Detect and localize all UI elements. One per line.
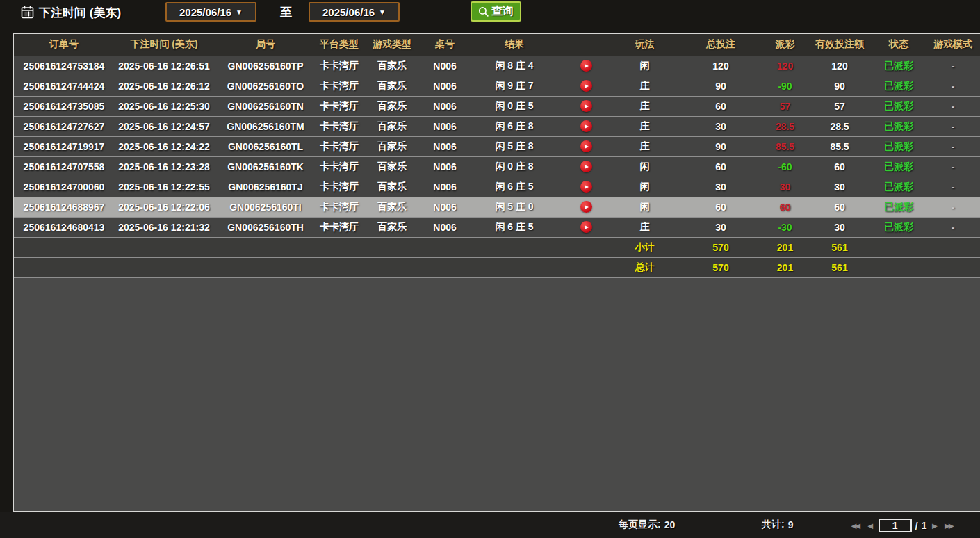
- replay-play-icon[interactable]: [580, 161, 592, 172]
- search-button[interactable]: 查询: [471, 1, 521, 22]
- replay-play-icon[interactable]: [580, 120, 592, 132]
- replay-play-icon[interactable]: [580, 100, 592, 112]
- page-total: 1: [922, 520, 927, 531]
- cell-order: 250616124719917: [14, 136, 114, 156]
- cell-result: 闲 6 庄 5: [467, 217, 562, 237]
- cell-bet-on: 庄: [610, 116, 679, 136]
- cell-result: 闲 5 庄 8: [467, 136, 562, 156]
- date-from-value: 2025/06/16: [179, 6, 231, 18]
- sum-payout: 201: [762, 237, 808, 257]
- cell-platform: 卡卡湾厅: [317, 96, 361, 116]
- sum-label: 小计: [610, 237, 679, 257]
- cell-time: 2025-06-16 12:22:55: [114, 177, 214, 197]
- table-row[interactable]: 2506161246889672025-06-16 12:22:06GN0062…: [14, 197, 980, 217]
- cell-payout: 28.5: [762, 116, 808, 136]
- cell-bet-on: 庄: [610, 96, 679, 116]
- cell-result: 闲 0 庄 5: [467, 96, 562, 116]
- cell-game-type: 百家乐: [361, 217, 423, 237]
- cell-platform: 卡卡湾厅: [317, 177, 361, 197]
- cell-table-no: N006: [423, 217, 467, 237]
- cell-valid-bet: 30: [808, 217, 872, 237]
- cell-game-type: 百家乐: [361, 96, 423, 116]
- total-count-info: 共计: 9: [762, 519, 793, 531]
- cell-order: 250616124688967: [14, 197, 114, 217]
- prev-page-icon[interactable]: ◄: [866, 521, 875, 530]
- cell-platform: 卡卡湾厅: [317, 197, 361, 217]
- cell-bet-on: 庄: [610, 136, 679, 156]
- cell-status: 已派彩: [872, 136, 926, 156]
- cell-valid-bet: 28.5: [808, 116, 872, 136]
- replay-play-icon[interactable]: [580, 80, 592, 92]
- cell-game-mode: -: [926, 116, 980, 136]
- cell-status: 已派彩: [872, 56, 926, 76]
- play-triangle: [585, 185, 589, 189]
- cell-payout: 57: [762, 96, 808, 116]
- replay-play-icon[interactable]: [580, 140, 592, 152]
- cell-total-bet: 90: [679, 136, 762, 156]
- page-separator: /: [915, 520, 918, 532]
- cell-platform: 卡卡湾厅: [317, 56, 361, 76]
- per-page-info: 每页显示: 20: [619, 519, 675, 531]
- subtotal-row: 小计570201561: [14, 237, 980, 257]
- total-count-label: 共计:: [762, 519, 785, 531]
- cell-order: 250616124753184: [14, 56, 114, 76]
- column-header-bet-on: 玩法: [610, 34, 679, 56]
- cell-payout: -90: [762, 76, 808, 96]
- cell-table-no: N006: [423, 156, 467, 177]
- cell-time: 2025-06-16 12:26:51: [114, 56, 214, 76]
- table-row[interactable]: 2506161247444242025-06-16 12:26:12GN0062…: [14, 76, 980, 96]
- cell-time: 2025-06-16 12:22:06: [114, 197, 214, 217]
- cell-round: GN006256160TL: [214, 136, 317, 156]
- cell-replay: [562, 217, 610, 237]
- table-row[interactable]: 2506161247199172025-06-16 12:24:22GN0062…: [14, 136, 980, 156]
- sum-empty: [14, 257, 610, 277]
- next-page-icon[interactable]: ►: [931, 521, 940, 530]
- cell-payout: 60: [762, 197, 808, 217]
- cell-result: 闲 0 庄 8: [467, 156, 562, 177]
- cell-table-no: N006: [423, 177, 467, 197]
- cell-status: 已派彩: [872, 76, 926, 96]
- table-row[interactable]: 2506161246804132025-06-16 12:21:32GN0062…: [14, 217, 980, 237]
- cell-table-no: N006: [423, 136, 467, 156]
- replay-play-icon[interactable]: [580, 201, 592, 213]
- cell-payout: 30: [762, 177, 808, 197]
- page-input[interactable]: [879, 519, 912, 532]
- replay-play-icon[interactable]: [580, 221, 592, 233]
- cell-platform: 卡卡湾厅: [317, 156, 361, 177]
- date-from-select[interactable]: 2025/06/16 ▼: [165, 2, 256, 22]
- cell-platform: 卡卡湾厅: [317, 136, 361, 156]
- cell-replay: [562, 197, 610, 217]
- cell-platform: 卡卡湾厅: [317, 217, 361, 237]
- table-row[interactable]: 2506161247531842025-06-16 12:26:51GN0062…: [14, 56, 980, 76]
- cell-bet-on: 闲: [610, 177, 679, 197]
- cell-time: 2025-06-16 12:24:57: [114, 116, 214, 136]
- cell-result: 闲 6 庄 5: [467, 177, 562, 197]
- cell-order: 250616124727627: [14, 116, 114, 136]
- cell-replay: [562, 177, 610, 197]
- search-icon: [478, 6, 489, 17]
- column-header-time: 下注时间 (美东): [114, 34, 214, 56]
- sum-empty: [14, 237, 610, 257]
- cell-status: 已派彩: [872, 116, 926, 136]
- sum-total-bet: 570: [679, 237, 762, 257]
- column-header-game: 游戏类型: [361, 34, 423, 56]
- chevron-down-icon: ▼: [379, 8, 386, 16]
- replay-play-icon[interactable]: [580, 60, 592, 72]
- column-header-replay: [562, 34, 610, 56]
- table-row[interactable]: 2506161247350852025-06-16 12:25:30GN0062…: [14, 96, 980, 116]
- table-row[interactable]: 2506161247276272025-06-16 12:24:57GN0062…: [14, 116, 980, 136]
- date-to-select[interactable]: 2025/06/16 ▼: [309, 2, 400, 22]
- table-row[interactable]: 2506161247075582025-06-16 12:23:28GN0062…: [14, 156, 980, 177]
- sum-total-bet: 570: [679, 257, 762, 277]
- sum-valid-bet: 561: [808, 257, 872, 277]
- table-row[interactable]: 2506161247000602025-06-16 12:22:55GN0062…: [14, 177, 980, 197]
- cell-valid-bet: 57: [808, 96, 872, 116]
- first-page-icon[interactable]: ◄◄: [849, 521, 863, 530]
- cell-game-mode: -: [926, 56, 980, 76]
- replay-play-icon[interactable]: [580, 181, 592, 193]
- search-button-label: 查询: [491, 4, 514, 19]
- sum-payout: 201: [762, 257, 808, 277]
- cell-result: 闲 5 庄 0: [467, 197, 562, 217]
- cell-time: 2025-06-16 12:25:30: [114, 96, 214, 116]
- last-page-icon[interactable]: ►►: [942, 521, 956, 530]
